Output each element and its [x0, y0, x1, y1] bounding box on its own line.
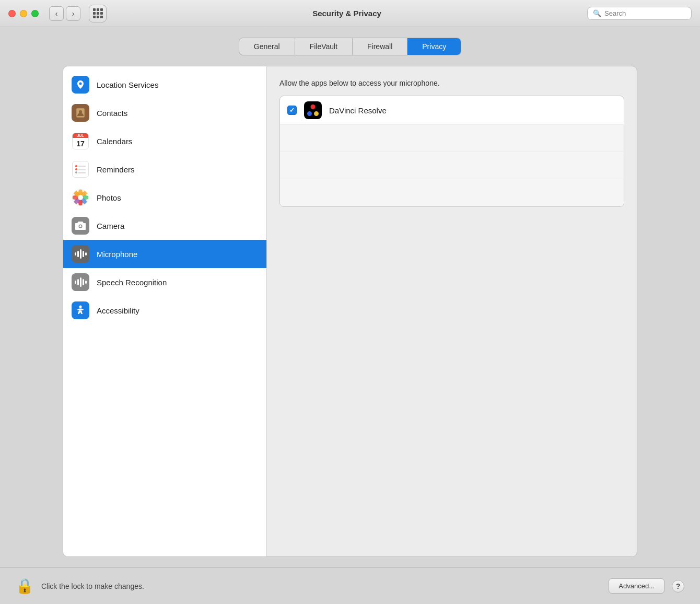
app-item-empty-2 [280, 152, 624, 179]
sidebar-label-contacts: Contacts [97, 109, 127, 118]
bottom-bar: 🔒 Click the lock to make changes. Advanc… [0, 567, 700, 604]
main-content: General FileVault Firewall Privacy Locat… [0, 27, 700, 567]
app-name-davinci: DaVinci Resolve [329, 106, 387, 115]
tab-filevault[interactable]: FileVault [295, 38, 353, 55]
sidebar-item-accessibility[interactable]: Accessibility [63, 296, 266, 324]
settings-panel: Location Services [63, 66, 637, 557]
location-icon [72, 76, 89, 94]
camera-icon [72, 217, 89, 235]
sidebar-label-reminders: Reminders [97, 165, 135, 174]
photos-icon [72, 189, 89, 206]
close-button[interactable] [8, 10, 16, 17]
search-box[interactable]: 🔍 [587, 7, 692, 20]
advanced-button[interactable]: Advanced... [609, 578, 664, 594]
reminders-icon [72, 160, 89, 178]
sidebar-item-contacts[interactable]: Contacts [63, 99, 266, 127]
app-item-empty-1 [280, 125, 624, 152]
tab-general[interactable]: General [239, 38, 295, 55]
grid-view-button[interactable] [89, 5, 107, 22]
check-icon: ✓ [289, 107, 295, 114]
maximize-button[interactable] [31, 10, 39, 17]
help-button[interactable]: ? [672, 580, 684, 593]
grid-icon [93, 8, 103, 18]
sidebar-item-reminders[interactable]: Reminders [63, 155, 266, 183]
accessibility-icon [72, 301, 89, 319]
lock-text: Click the lock to make changes. [41, 582, 601, 590]
tab-firewall[interactable]: Firewall [353, 38, 407, 55]
titlebar: ‹ › Security & Privacy 🔍 [0, 0, 700, 27]
speech-icon [72, 273, 89, 291]
privacy-sidebar: Location Services [63, 66, 267, 556]
sidebar-label-calendars: Calendars [97, 137, 132, 146]
sidebar-label-location: Location Services [97, 80, 158, 89]
minimize-button[interactable] [20, 10, 27, 17]
window-title: Security & Privacy [113, 9, 581, 18]
sidebar-item-speech[interactable]: Speech Recognition [63, 268, 266, 296]
search-icon: 🔍 [593, 9, 601, 17]
search-input[interactable] [604, 9, 686, 17]
sidebar-label-photos: Photos [97, 193, 121, 202]
sidebar-item-camera[interactable]: Camera [63, 212, 266, 240]
davinci-app-icon [304, 101, 322, 119]
right-panel: Allow the apps below to access your micr… [267, 66, 637, 556]
app-item-davinci: ✓ DaVinci Resolve [280, 96, 624, 125]
back-button[interactable]: ‹ [49, 6, 64, 21]
tab-privacy[interactable]: Privacy [407, 38, 461, 55]
microphone-icon [72, 245, 89, 263]
app-item-empty-3 [280, 179, 624, 206]
davinci-checkbox[interactable]: ✓ [287, 106, 297, 115]
sidebar-list: Location Services [63, 66, 266, 329]
forward-button[interactable]: › [66, 6, 80, 21]
tab-bar: General FileVault Firewall Privacy [239, 38, 461, 55]
svg-point-18 [79, 306, 82, 308]
lock-icon[interactable]: 🔒 [16, 577, 34, 595]
sidebar-label-speech: Speech Recognition [97, 278, 167, 287]
nav-buttons: ‹ › [49, 6, 80, 21]
sidebar-item-photos[interactable]: Photos [63, 183, 266, 212]
svg-point-15 [78, 195, 83, 200]
sidebar-label-microphone: Microphone [97, 250, 137, 259]
traffic-lights [8, 10, 39, 17]
sidebar-label-camera: Camera [97, 222, 124, 230]
sidebar-item-location[interactable]: Location Services [63, 71, 266, 99]
sidebar-item-microphone[interactable]: Microphone [63, 240, 266, 268]
calendars-icon: JUL 17 [72, 132, 89, 150]
sidebar-item-calendars[interactable]: JUL 17 Calendars [63, 127, 266, 155]
panel-description: Allow the apps below to access your micr… [279, 79, 624, 87]
svg-point-17 [79, 225, 81, 227]
apps-list: ✓ DaVinci Resolve [279, 96, 624, 207]
sidebar-label-accessibility: Accessibility [97, 306, 139, 315]
contacts-icon [72, 104, 89, 122]
